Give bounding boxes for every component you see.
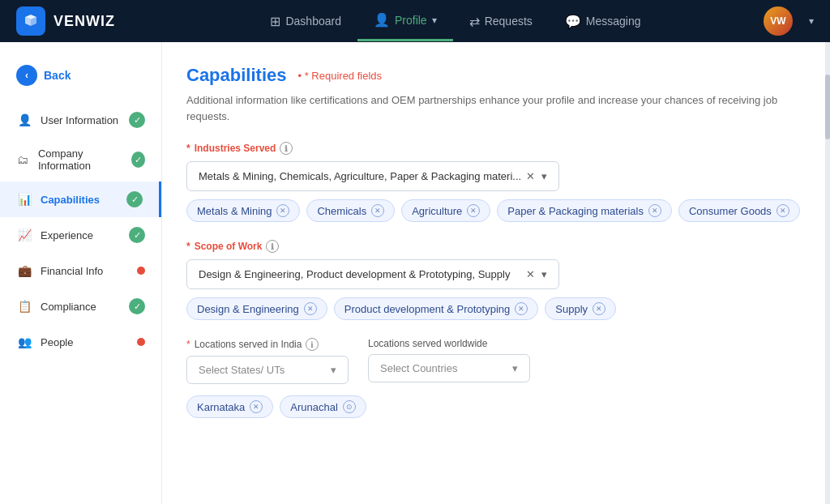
states-dropdown[interactable]: Select States/ UTs ▾ <box>186 356 349 384</box>
scope-section: * Scope of Work ℹ Design & Engineering, … <box>186 240 801 320</box>
scope-clear-icon[interactable]: ✕ <box>526 268 535 280</box>
user-info-status-check: ✓ <box>129 112 145 128</box>
tag-consumer-goods: Consumer Goods ✕ <box>678 199 800 222</box>
scope-tags: Design & Engineering ✕ Product developme… <box>186 297 801 320</box>
nav-dashboard[interactable]: ⊞ Dashboard <box>254 2 357 41</box>
industries-section: * Industries Served ℹ Metals & Mining, C… <box>186 142 801 222</box>
tag-paper-packaging: Paper & Packaging materials ✕ <box>497 199 672 222</box>
messaging-icon: 💬 <box>565 14 581 29</box>
nav-profile[interactable]: 👤 Profile ▾ <box>357 1 453 41</box>
tag-design-engineering-close[interactable]: ✕ <box>304 302 317 315</box>
tag-agriculture-close[interactable]: ✕ <box>467 204 480 217</box>
nav-requests[interactable]: ⇄ Requests <box>453 2 549 41</box>
company-info-status-check: ✓ <box>131 152 145 168</box>
locations-india-info-icon[interactable]: ℹ <box>306 338 319 351</box>
logo-area[interactable]: VENWIZ <box>16 6 115 36</box>
experience-icon: 📈 <box>16 227 32 243</box>
company-info-icon: 🗂 <box>16 152 30 168</box>
compliance-status-check: ✓ <box>129 298 145 314</box>
main-nav: ⊞ Dashboard 👤 Profile ▾ ⇄ Requests 💬 Mes… <box>148 1 764 41</box>
people-icon: 👥 <box>16 334 32 350</box>
sidebar-item-experience[interactable]: 📈 Experience ✓ <box>0 217 161 253</box>
header: VENWIZ ⊞ Dashboard 👤 Profile ▾ ⇄ Request… <box>0 0 830 42</box>
dashboard-icon: ⊞ <box>270 14 280 29</box>
compliance-icon: 📋 <box>16 298 32 314</box>
industries-clear-icon[interactable]: ✕ <box>526 170 535 182</box>
tag-paper-packaging-close[interactable]: ✕ <box>648 204 661 217</box>
tag-chemicals: Chemicals ✕ <box>306 199 395 222</box>
tag-supply-close[interactable]: ✕ <box>593 302 605 315</box>
scope-select[interactable]: Design & Engineering, Product developmen… <box>186 259 559 289</box>
required-label: • * Required fields <box>297 70 382 82</box>
locations-worldwide-label: Locations served worldwide <box>368 338 530 349</box>
tag-supply: Supply ✕ <box>545 297 616 320</box>
header-right: VW ▾ <box>764 6 814 36</box>
scope-chevron-icon[interactable]: ▾ <box>541 268 547 280</box>
tag-agriculture: Agriculture ✕ <box>401 199 490 222</box>
scope-label: * Scope of Work ℹ <box>186 240 801 253</box>
profile-icon: 👤 <box>374 12 390 28</box>
tag-product-dev-close[interactable]: ✕ <box>515 302 528 315</box>
profile-chevron-icon: ▾ <box>432 15 437 26</box>
back-button[interactable]: ‹ Back <box>0 58 161 102</box>
logo-text: VENWIZ <box>53 13 115 30</box>
user-info-icon: 👤 <box>16 112 32 128</box>
tag-product-dev: Product development & Prototyping ✕ <box>334 297 539 320</box>
requests-icon: ⇄ <box>469 14 480 29</box>
industries-info-icon[interactable]: ℹ <box>280 142 293 155</box>
countries-chevron-icon: ▾ <box>512 362 518 374</box>
locations-india-field: * Locations served in India ℹ Select Sta… <box>186 338 349 384</box>
sidebar-item-user-information[interactable]: 👤 User Information ✓ <box>0 102 161 138</box>
content-area: Capabilities • * Required fields Additio… <box>162 42 825 504</box>
sidebar-item-compliance[interactable]: 📋 Compliance ✓ <box>0 288 161 324</box>
industries-chevron-icon[interactable]: ▾ <box>541 170 547 182</box>
avatar[interactable]: VW <box>764 6 793 36</box>
tag-arunachal-close[interactable]: ⊙ <box>343 400 356 413</box>
locations-india-label: * Locations served in India ℹ <box>186 338 349 351</box>
tag-consumer-goods-close[interactable]: ✕ <box>777 204 789 217</box>
sidebar-item-company-information[interactable]: 🗂 Company Information ✓ <box>0 138 161 182</box>
back-circle-icon: ‹ <box>16 65 37 86</box>
people-status-dot <box>137 338 145 346</box>
experience-status-check: ✓ <box>129 227 145 243</box>
tag-metals-mining-close[interactable]: ✕ <box>276 204 289 217</box>
sidebar-item-financial-info[interactable]: 💼 Financial Info <box>0 253 161 288</box>
selected-locations: Karnataka ✕ Arunachal ⊙ <box>186 395 801 418</box>
tag-karnataka: Karnataka ✕ <box>186 395 273 418</box>
tag-design-engineering: Design & Engineering ✕ <box>186 297 327 320</box>
sidebar-item-people[interactable]: 👥 People <box>0 324 161 360</box>
states-chevron-icon: ▾ <box>331 364 336 376</box>
page-description: Additional information like certificatio… <box>186 92 801 124</box>
financial-info-status-dot <box>137 267 145 275</box>
countries-dropdown[interactable]: Select Countries ▾ <box>368 354 530 382</box>
main-layout: ‹ Back 👤 User Information ✓ 🗂 Company In… <box>0 42 830 504</box>
financial-info-icon: 💼 <box>16 263 32 279</box>
nav-messaging[interactable]: 💬 Messaging <box>549 2 657 41</box>
avatar-chevron-icon[interactable]: ▾ <box>809 15 814 27</box>
sidebar-item-capabilities[interactable]: 📊 Capabilities ✓ <box>0 182 161 217</box>
tag-karnataka-close[interactable]: ✕ <box>250 400 263 413</box>
scope-info-icon[interactable]: ℹ <box>266 240 279 253</box>
industry-tags: Metals & Mining ✕ Chemicals ✕ Agricultur… <box>186 199 801 222</box>
tag-arunachal: Arunachal ⊙ <box>280 395 366 418</box>
page-title: Capabilities <box>186 65 286 86</box>
industries-label: * Industries Served ℹ <box>186 142 801 155</box>
tag-chemicals-close[interactable]: ✕ <box>371 204 384 217</box>
industries-select[interactable]: Metals & Mining, Chemicals, Agriculture,… <box>186 161 559 191</box>
capabilities-icon: 📊 <box>16 191 32 207</box>
locations-worldwide-field: Locations served worldwide Select Countr… <box>368 338 530 384</box>
capabilities-status-check: ✓ <box>126 191 143 207</box>
sidebar: ‹ Back 👤 User Information ✓ 🗂 Company In… <box>0 42 162 504</box>
scrollbar-thumb[interactable] <box>825 75 830 139</box>
locations-row: * Locations served in India ℹ Select Sta… <box>186 338 801 384</box>
tag-metals-mining: Metals & Mining ✕ <box>186 199 300 222</box>
scrollbar-track[interactable] <box>825 42 830 504</box>
logo-icon <box>16 6 45 36</box>
